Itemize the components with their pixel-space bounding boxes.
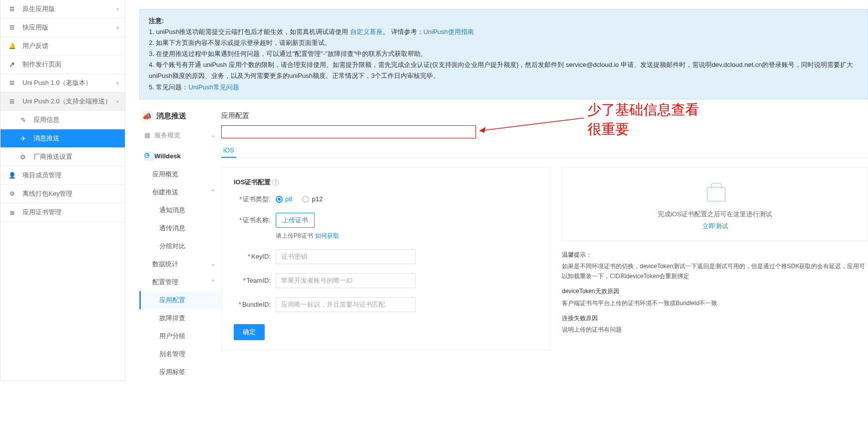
submit-button[interactable]: 确定 [234,324,265,340]
cert-name-label: *证书名称: [234,216,271,225]
gear-icon [18,153,27,161]
chevron-down-icon: ⌄ [211,261,215,267]
test-box: 完成iOS证书配置之后可在这里进行测试 立即测试 [562,167,868,241]
mid-group-compare[interactable]: 分组对比 [139,237,221,255]
chevron-down-icon: ▾ [116,25,119,30]
sidebar-message-push[interactable]: 消息推送 [0,129,125,148]
tabs: iOS [221,143,868,158]
mid-service-overview[interactable]: ▦服务概览⌄ [139,126,221,144]
basket-icon [704,183,727,202]
mid-passthrough[interactable]: 透传消息 [139,219,221,237]
user-icon [7,172,16,179]
test-now-link[interactable]: 立即测试 [572,222,858,231]
tab-ios[interactable]: iOS [221,143,236,158]
teamid-input[interactable] [276,273,416,288]
tips-p2: 客户端证书与平台上传的证书环境不一致或BundleId不一致 [562,299,868,309]
chevron-down-icon: ▾ [116,6,119,12]
label: Uni Push 2.0（支持全端推送） [22,97,111,106]
label: 应用信息 [33,115,59,124]
sidebar-app-info[interactable]: 应用信息 [0,111,125,129]
chevron-up-icon: ⌃ [211,279,215,285]
sidebar-offline-key[interactable]: 离线打包Key管理 [0,185,125,203]
mid-app-tag[interactable]: 应用标签 [139,363,221,381]
sidebar-cert-manage[interactable]: 应用证书管理 [0,203,125,222]
card-title: IOS证书配置? [234,178,538,187]
mid-data-stats[interactable]: 数据统计⌄ [139,255,221,273]
radio-p8[interactable]: p8 [276,195,292,203]
how-to-get-link[interactable]: 如何获取 [315,232,339,239]
body-panel: 应用配置 iOS IOS证书配置? *证书类型: p8 p12 * [221,106,868,381]
bundleid-label: *BundleID: [234,301,271,308]
left-sidebar: 原生应用版▾ 快应用版▾ 用户反馈 制作发行页面 Uni Push 1.0（老版… [0,0,125,381]
list-icon [7,209,16,216]
label: 项目成员管理 [22,171,61,180]
label: 消息推送 [33,134,59,143]
notice-box: 注意: 1. uniPush推送功能需提交云端打包后才能生效，如需真机调试请使用… [139,9,868,99]
mid-create-push[interactable]: 创建推送⌃ [139,183,221,201]
tips-box: 温馨提示： 如果是不同环境证书的切换，deviceToken测试一下返回是测试可… [562,250,868,336]
link-custom-base[interactable]: 自定义基座 [350,28,383,35]
sidebar-feedback[interactable]: 用户反馈 [0,37,125,55]
mid-config-manage[interactable]: 配置管理⌃ [139,273,221,291]
notice-line5: 5. 常见问题：UniPush常见问题 [149,82,859,93]
sidebar-members[interactable]: 项目成员管理 [0,166,125,185]
row-bundleid: *BundleID: [234,297,538,312]
mid-sidebar: 📣消息推送 ▦服务概览⌄ ◷Willdesk 应用概览 创建推送⌃ 通知消息 透… [139,106,221,381]
sidebar-native-app[interactable]: 原生应用版▾ [0,0,125,18]
keyid-label: *KeyID: [234,253,271,260]
chevron-down-icon: ⌄ [211,132,215,138]
label: 应用证书管理 [22,208,61,217]
label: 快应用版 [22,23,48,32]
tips-p3-header: 连接失败原因 [562,314,868,324]
bundleid-input[interactable] [276,297,416,312]
sidebar-unipush1[interactable]: Uni Push 1.0（老版本）▾ [0,74,125,92]
bell-icon [7,42,16,49]
burger-icon [7,96,16,107]
sidebar-vendor-push[interactable]: 厂商推送设置 [0,148,125,166]
sidebar-unipush2[interactable]: Uni Push 2.0（支持全端推送）▾ [0,92,125,111]
label: 离线打包Key管理 [22,189,72,198]
keyid-input[interactable] [276,249,416,264]
right-column: 完成iOS证书配置之后可在这里进行测试 立即测试 温馨提示： 如果是不同环境证书… [562,167,868,351]
tips-title: 温馨提示： [562,250,868,260]
link-unipush-guide[interactable]: UniPush使用指南 [424,28,474,35]
tips-p1: 如果是不同环境证书的切换，deviceToken测试一下返回是测试可用的，但是通… [562,262,868,282]
label: 制作发行页面 [22,60,61,69]
row-teamid: *TeamID: [234,273,538,288]
panel-title: 应用配置 [221,106,868,125]
mid-fault-check[interactable]: 故障排查 [139,309,221,327]
radio-p12[interactable]: p12 [302,195,323,203]
edit-icon [18,116,27,124]
mid-app-overview[interactable]: 应用概览 [139,165,221,183]
mid-notify-msg[interactable]: 通知消息 [139,201,221,219]
mid-app-config[interactable]: 应用配置 [139,291,221,309]
burger-icon [7,4,16,14]
link-unipush-faq[interactable]: UniPush常见问题 [188,83,239,91]
label: 用户反馈 [22,41,48,50]
notice-title: 注意: [149,15,859,26]
mid-user-group[interactable]: 用户分组 [139,327,221,345]
share-icon [7,60,16,68]
row-cert-type: *证书类型: p8 p12 [234,195,538,204]
notice-line4: 4. 每个账号有开通 uniPush 应用个数的限制，请合理安排使用。如需提升限… [149,59,859,81]
mid-alias-manage[interactable]: 别名管理 [139,345,221,363]
notice-line3: 3. 在使用推送过程中如果遇到任何问题，可以通过"配置管理"-"故障排查"中的联… [149,48,859,59]
burger-icon [7,78,16,88]
notice-line1: 1. uniPush推送功能需提交云端打包后才能生效，如需真机调试请使用 自定义… [149,26,859,37]
main-area: 注意: 1. uniPush推送功能需提交云端打包后才能生效，如需真机调试请使用… [125,0,868,381]
mid-willdesk[interactable]: ◷Willdesk [139,147,221,165]
row-cert-name: *证书名称: 上传证书 [234,213,538,228]
send-icon [18,135,27,142]
teamid-label: *TeamID: [234,277,271,284]
ios-cert-card: IOS证书配置? *证书类型: p8 p12 *证书名称: 上传证书 请上传P8… [221,167,551,351]
notice-line2: 2. 如果下方页面内容不显示或提示登录超时，请刷新页面重试。 [149,37,859,48]
sidebar-publish[interactable]: 制作发行页面 [0,55,125,74]
willdesk-icon: ◷ [144,151,154,161]
sidebar-quick-app[interactable]: 快应用版▾ [0,18,125,37]
upload-cert-button[interactable]: 上传证书 [276,213,315,228]
help-icon[interactable]: ? [272,179,279,186]
annotation-text: 少了基础信息查看 很重要 [587,100,699,139]
chevron-up-icon: ⌃ [211,189,215,195]
label: 厂商推送设置 [33,152,72,161]
radio-dot-icon [302,196,309,203]
